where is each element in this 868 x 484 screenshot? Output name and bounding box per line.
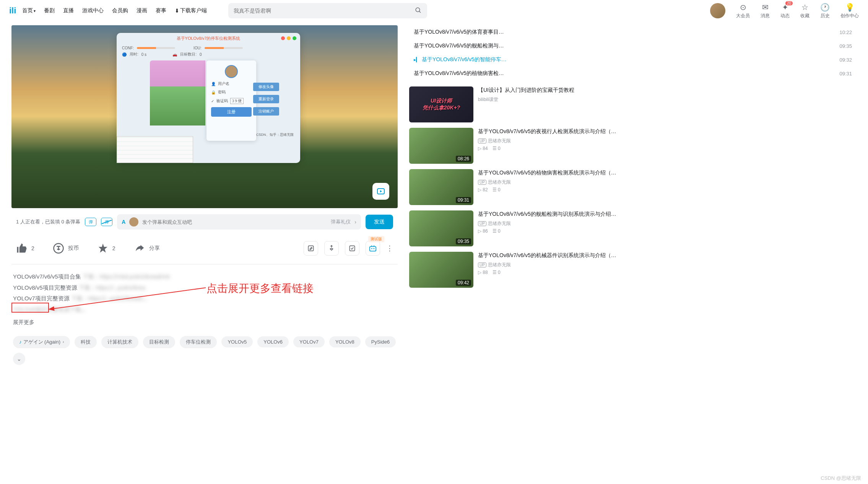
search-box[interactable] bbox=[228, 3, 427, 18]
tag[interactable]: 目标检测 bbox=[143, 336, 175, 348]
tag[interactable]: 科技 bbox=[75, 336, 97, 348]
rnav-创作中心[interactable]: 💡创作中心 bbox=[840, 3, 859, 19]
nav-item[interactable]: 游戏中心 bbox=[82, 7, 104, 14]
fav-count: 2 bbox=[112, 245, 115, 251]
playlist: 基于YOLOv8/v7/v6/v5的体育赛事目…10:22基于YOLOv8/v7… bbox=[409, 25, 857, 80]
rnav-大会员[interactable]: ⊙大会员 bbox=[736, 3, 750, 19]
danmaku-input-wrap: A 弹幕礼仪› bbox=[117, 214, 361, 230]
description: YOLOv8/v7/v6/v5项目合集 下载：https://mbd.pub/o… bbox=[11, 264, 398, 331]
note-button[interactable] bbox=[304, 241, 318, 256]
share-button[interactable]: 分享 bbox=[134, 243, 160, 254]
tags: ♪ アゲイン (Again) ›科技计算机技术目标检测停车位检测YOLOv5YO… bbox=[11, 331, 398, 370]
playlist-item[interactable]: 基于YOLOv8/v7/v6/v5的舰船检测与…09:35 bbox=[409, 39, 857, 53]
expand-more[interactable]: 展开更多 bbox=[13, 317, 396, 328]
svg-point-8 bbox=[373, 248, 374, 249]
time-value: 0 s bbox=[141, 52, 146, 57]
target-value: 0 bbox=[200, 52, 202, 57]
reco-item[interactable]: 09:42基于YOLOv8/v7/v6/v5的机械器件识别系统演示与介绍（…UP… bbox=[409, 252, 857, 288]
conf-slider bbox=[137, 47, 175, 49]
app-title: 基于YOLOv8/v7的停车位检测系统 bbox=[177, 36, 241, 41]
tag[interactable]: YOLOv6 bbox=[257, 336, 289, 347]
search-icon[interactable] bbox=[415, 7, 422, 15]
annotation-text: 点击展开更多查看链接 bbox=[206, 278, 314, 298]
reco-item[interactable]: 08:26基于YOLOv8/v7/v6/v5的夜视行人检测系统演示与介绍（…UP… bbox=[409, 128, 857, 164]
send-button[interactable]: 发送 bbox=[366, 215, 393, 229]
danmaku-bar: 1 人正在看，已装填 0 条弹幕 弹 弹 A 弹幕礼仪› 发送 bbox=[11, 211, 398, 233]
rnav-收藏[interactable]: ☆收藏 bbox=[800, 3, 809, 19]
rnav-历史[interactable]: 🕐历史 bbox=[820, 3, 830, 19]
tag[interactable]: YOLOv7 bbox=[293, 336, 325, 347]
reco-item[interactable]: UI设计师凭什么拿20K+?【UI设计】从入门到进阶的宝藏干货教程bilibil… bbox=[409, 86, 857, 122]
user-nav: ⊙大会员✉消息✦动态20☆收藏🕐历史💡创作中心 bbox=[710, 3, 859, 19]
reco-item[interactable]: 09:31基于YOLOv8/v7/v6/v5的植物病害检测系统演示与介绍（…UP… bbox=[409, 169, 857, 205]
nav-item[interactable]: 会员购 bbox=[112, 7, 128, 14]
reco-item[interactable]: 09:35基于YOLOv8/v7/v6/v5的舰船检测与识别系统演示与介绍…UP… bbox=[409, 210, 857, 246]
desc-line: YOLOv7项目完整资源 下载：https://...pub/o/bread/.… bbox=[13, 293, 396, 304]
captcha-label: 验证码 bbox=[216, 98, 228, 104]
nav-item[interactable]: 直播 bbox=[63, 7, 74, 14]
pin-button[interactable] bbox=[324, 241, 339, 256]
nav-item[interactable]: 赛事 bbox=[156, 7, 166, 14]
search-input[interactable] bbox=[234, 8, 415, 14]
tag[interactable]: YOLOv8 bbox=[329, 336, 361, 347]
video-actions: 2 投币 2 分享 测试版 ⋮ bbox=[11, 233, 398, 264]
tag[interactable]: 计算机技术 bbox=[101, 336, 138, 348]
nav-item[interactable]: 番剧 bbox=[44, 7, 55, 14]
danmaku-toggle-off[interactable]: 弹 bbox=[101, 218, 112, 226]
share-label: 分享 bbox=[149, 245, 160, 252]
side-button: 注销账户 bbox=[253, 107, 279, 116]
side-button: 修改头像 bbox=[253, 83, 279, 91]
danmaku-stat: 1 人正在看，已装填 0 条弹幕 bbox=[16, 218, 80, 225]
video-player[interactable]: 基于YOLOv8/v7的停车位检测系统 CONF: IOU: 🔵用时:0 s 🚗… bbox=[11, 25, 398, 208]
password-label: 密码 bbox=[218, 90, 226, 95]
fav-button[interactable]: 2 bbox=[97, 243, 115, 254]
iou-label: IOU: bbox=[193, 46, 202, 50]
tag-music[interactable]: ♪ アゲイン (Again) › bbox=[13, 336, 70, 348]
register-button: 注册 bbox=[211, 107, 252, 117]
coin-label: 投币 bbox=[68, 245, 79, 252]
tag[interactable]: YOLOv5 bbox=[221, 336, 253, 347]
tag[interactable]: 停车位检测 bbox=[180, 336, 217, 348]
main-nav: 首页 ▾番剧直播游戏中心会员购漫画赛事⬇ 下载客户端 bbox=[22, 7, 207, 14]
danmaku-avatar bbox=[129, 217, 138, 227]
svg-point-0 bbox=[416, 8, 420, 12]
like-button[interactable]: 2 bbox=[16, 243, 34, 254]
time-label: 用时: bbox=[130, 52, 138, 57]
avatar[interactable] bbox=[710, 3, 725, 18]
side-button: 重新登录 bbox=[253, 95, 279, 103]
playlist-item[interactable]: ▸▎基于YOLOv8/v7/v6/v5的智能停车…09:32 bbox=[409, 53, 857, 67]
illustration bbox=[150, 60, 205, 125]
nav-item[interactable]: 首页 ▾ bbox=[22, 7, 36, 14]
coin-button[interactable]: 投币 bbox=[53, 243, 79, 254]
login-panel: 👤用户名 🔒密码 ✓验证码3 9 便 注册 bbox=[206, 60, 256, 141]
rnav-消息[interactable]: ✉消息 bbox=[761, 3, 770, 19]
csdn-credit: CSDN、知乎：思绪无限 bbox=[256, 132, 294, 137]
danmaku-etiquette[interactable]: 弹幕礼仪 bbox=[331, 218, 351, 225]
svg-point-7 bbox=[371, 248, 372, 249]
font-icon[interactable]: A bbox=[122, 219, 125, 225]
nav-item[interactable]: 漫画 bbox=[137, 7, 147, 14]
site-logo[interactable]: ili bbox=[9, 6, 16, 16]
conf-label: CONF: bbox=[122, 46, 134, 50]
playlist-item[interactable]: 基于YOLOv8/v7/v6/v5的体育赛事目…10:22 bbox=[409, 25, 857, 39]
svg-line-1 bbox=[419, 11, 421, 13]
check-button[interactable] bbox=[345, 241, 359, 256]
test-badge: 测试版 bbox=[368, 236, 384, 242]
data-grid bbox=[117, 136, 193, 163]
svg-rect-5 bbox=[349, 246, 354, 251]
rnav-动态[interactable]: ✦动态20 bbox=[780, 3, 790, 19]
tag[interactable]: PySide6 bbox=[365, 336, 396, 347]
danmaku-input[interactable] bbox=[142, 219, 327, 225]
nav-item[interactable]: ⬇ 下载客户端 bbox=[175, 7, 207, 14]
tag-more[interactable]: ⌄ bbox=[13, 353, 25, 365]
desc-line: YOLOv6项目完整资源下载... bbox=[13, 304, 396, 315]
playlist-item[interactable]: 基于YOLOv8/v7/v6/v5的植物病害检…09:31 bbox=[409, 67, 857, 80]
ai-button[interactable]: 测试版 bbox=[366, 241, 380, 256]
header: ili 首页 ▾番剧直播游戏中心会员购漫画赛事⬇ 下载客户端 ⊙大会员✉消息✦动… bbox=[0, 0, 868, 21]
recommendations: UI设计师凭什么拿20K+?【UI设计】从入门到进阶的宝藏干货教程bilibil… bbox=[409, 86, 857, 288]
more-icon[interactable]: ⋮ bbox=[386, 244, 393, 253]
play-button[interactable] bbox=[372, 183, 389, 200]
username-label: 用户名 bbox=[218, 81, 229, 86]
danmaku-toggle-on[interactable]: 弹 bbox=[85, 218, 96, 226]
desc-line: YOLOv8/v5项目完整资源 下载：https://...pub/o/brea bbox=[13, 282, 396, 293]
